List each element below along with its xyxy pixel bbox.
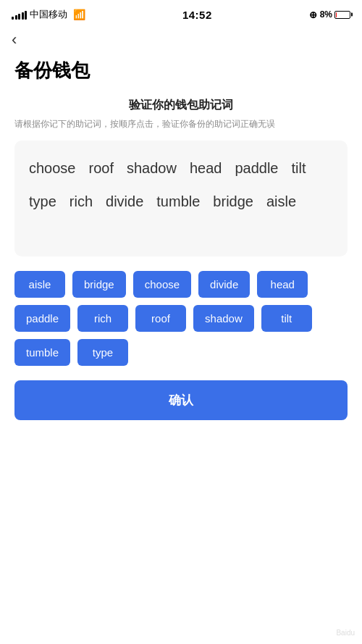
section-header: 验证你的钱包助记词 请根据你记下的助记词，按顺序点击，验证你备份的助记词正确无误 (14, 98, 348, 130)
nav-bar: ‹ (0, 26, 362, 51)
section-desc: 请根据你记下的助记词，按顺序点击，验证你备份的助记词正确无误 (14, 117, 348, 130)
word-select-button[interactable]: rich (77, 305, 128, 332)
section-title: 验证你的钱包助记词 (14, 98, 348, 113)
word-select-button[interactable]: paddle (14, 305, 70, 332)
word-select-button[interactable]: choose (133, 271, 191, 298)
battery-fill (336, 12, 337, 17)
display-word: tumble (156, 188, 200, 214)
status-right: ⊕ 8% (309, 9, 350, 20)
display-word: bridge (213, 188, 253, 214)
display-word: aisle (266, 188, 296, 214)
signal-icon (12, 9, 27, 20)
battery-indicator: 8% (320, 9, 350, 20)
word-select-button[interactable]: shadow (193, 305, 254, 332)
display-word: head (190, 155, 222, 181)
carrier-label: 中国移动 (30, 8, 67, 21)
word-display-grid: chooseroofshadowheadpaddletilttyperichdi… (29, 155, 333, 214)
word-select-button[interactable]: head (257, 271, 308, 298)
word-select-button[interactable]: roof (135, 305, 186, 332)
hotspot-icon: ⊕ (309, 9, 317, 20)
display-word: paddle (235, 155, 278, 181)
word-select-button[interactable]: divide (198, 271, 250, 298)
confirm-button[interactable]: 确认 (14, 380, 348, 420)
word-select-button[interactable]: tilt (261, 305, 312, 332)
display-word: type (29, 188, 56, 214)
status-bar: 中国移动 📶 14:52 ⊕ 8% (0, 0, 362, 26)
wifi-icon: 📶 (73, 9, 85, 20)
word-select-button[interactable]: tumble (14, 339, 70, 366)
battery-percent: 8% (320, 9, 332, 20)
display-word: shadow (127, 155, 177, 181)
footer-watermark: Baidu (336, 629, 355, 637)
clock: 14:52 (182, 9, 212, 21)
display-word: tilt (291, 155, 306, 181)
word-buttons-area: aislebridgechoosedivideheadpaddlerichroo… (14, 271, 348, 366)
page-content: 备份钱包 验证你的钱包助记词 请根据你记下的助记词，按顺序点击，验证你备份的助记… (0, 51, 362, 435)
word-display-box: chooseroofshadowheadpaddletilttyperichdi… (14, 141, 348, 256)
display-word: choose (29, 155, 76, 181)
display-word: roof (89, 155, 114, 181)
display-word: divide (106, 188, 143, 214)
word-select-button[interactable]: type (77, 339, 128, 366)
word-select-button[interactable]: aisle (14, 271, 65, 298)
battery-box (334, 11, 350, 19)
status-left: 中国移动 📶 (12, 8, 85, 21)
display-word: rich (70, 188, 93, 214)
page-title: 备份钱包 (14, 58, 348, 83)
word-select-button[interactable]: bridge (72, 271, 126, 298)
back-button[interactable]: ‹ (12, 32, 17, 48)
